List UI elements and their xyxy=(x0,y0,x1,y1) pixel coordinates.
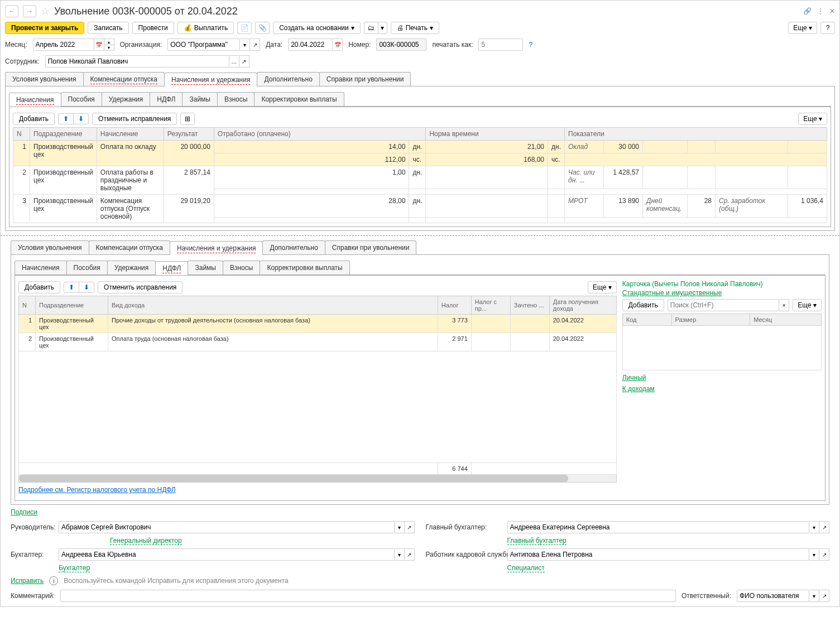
mode-icon-button[interactable]: 🗂 xyxy=(364,22,378,34)
fix-link[interactable]: Исправить xyxy=(11,577,44,585)
org-dd-button[interactable]: ▾ xyxy=(240,38,250,51)
sig-head-dd[interactable]: ▾ xyxy=(395,521,405,533)
ndfl-move-up-button[interactable]: ⬆ xyxy=(64,282,79,292)
sig-chief-pos[interactable]: Главный бухгалтер xyxy=(507,537,567,545)
subtab2-corrections[interactable]: Корректировки выплаты xyxy=(260,261,349,274)
link-icon[interactable]: 🔗 xyxy=(803,7,812,15)
sig-hr-open[interactable]: ↗ xyxy=(819,548,829,561)
move-down-button[interactable]: ⬇ xyxy=(73,114,88,124)
ndfl-hscrollbar[interactable] xyxy=(18,475,617,483)
date-cal-button[interactable]: 📅 xyxy=(333,38,343,51)
tab2-accruals[interactable]: Начисления и удержания xyxy=(170,241,263,255)
tab-accruals[interactable]: Начисления и удержания xyxy=(164,73,257,86)
sig-hr-pos[interactable]: Специалист xyxy=(507,564,545,572)
sig-acc-open[interactable]: ↗ xyxy=(405,548,415,561)
table-row[interactable]: 1Производственный цехОплата по окладу20 … xyxy=(13,141,827,153)
subtab2-loans[interactable]: Займы xyxy=(188,261,223,274)
subtab-ndfl[interactable]: НДФЛ xyxy=(150,92,183,106)
month-field[interactable] xyxy=(33,38,94,51)
create-based-button[interactable]: Создать на основании ▾ xyxy=(273,22,361,34)
add-row-button[interactable]: Добавить xyxy=(13,113,55,125)
subtab-deductions[interactable]: Удержания xyxy=(102,92,151,106)
nav-back-button[interactable]: ← xyxy=(5,5,18,17)
date-field[interactable] xyxy=(288,38,333,51)
report-icon-button[interactable]: 📄 xyxy=(237,22,252,34)
resp-open[interactable]: ↗ xyxy=(819,590,829,602)
help-button[interactable]: ? xyxy=(820,22,835,34)
subtab2-accruals[interactable]: Начисления xyxy=(15,261,67,274)
resp-field[interactable] xyxy=(737,590,809,602)
mode-dd-button[interactable]: ▾ xyxy=(378,22,387,34)
ndfl-more-button[interactable]: Еще ▾ xyxy=(588,281,617,293)
subtab2-deductions[interactable]: Удержания xyxy=(107,261,156,274)
subtab-corrections[interactable]: Корректировки выплаты xyxy=(254,92,344,106)
month-up-button[interactable]: ▲ xyxy=(104,38,114,45)
table-row[interactable]: 2Производственный цехОплата труда (основ… xyxy=(19,333,617,351)
subtab2-ndfl[interactable]: НДФЛ xyxy=(155,261,188,275)
ndfl-add-button[interactable]: Добавить xyxy=(18,281,60,293)
more-button[interactable]: Еще ▾ xyxy=(788,22,817,34)
table-row[interactable]: 3Производственный цехКомпенсация отпуска… xyxy=(13,195,827,218)
card-search-input[interactable] xyxy=(668,299,779,311)
close-icon[interactable]: ✕ xyxy=(829,7,835,15)
tab2-compensations[interactable]: Компенсации отпуска xyxy=(89,240,170,254)
move-up-button[interactable]: ⬆ xyxy=(59,114,73,124)
card-std-link[interactable]: Стандартные и имущественные xyxy=(622,289,722,297)
sig-acc-pos[interactable]: Бухгалтер xyxy=(59,564,90,572)
resp-dd[interactable]: ▾ xyxy=(809,590,819,602)
tab2-certs[interactable]: Справки при увольнении xyxy=(325,240,417,254)
card-income-link[interactable]: К доходам xyxy=(622,385,655,393)
comment-field[interactable] xyxy=(60,590,676,602)
org-field[interactable] xyxy=(167,38,240,51)
sig-head-field[interactable] xyxy=(59,521,395,533)
tab2-extra[interactable]: Дополнительно xyxy=(262,240,325,254)
subtab-benefits[interactable]: Пособия xyxy=(61,92,102,106)
tab-extra[interactable]: Дополнительно xyxy=(257,72,319,86)
subtab-accruals[interactable]: Начисления xyxy=(9,93,61,107)
org-open-button[interactable]: ↗ xyxy=(250,38,260,51)
kebab-menu-icon[interactable]: ⋮ xyxy=(817,7,824,15)
sig-acc-field[interactable] xyxy=(59,548,395,561)
card-add-button[interactable]: Добавить xyxy=(622,299,664,311)
post-button[interactable]: Провести xyxy=(132,22,174,34)
subtab-loans[interactable]: Займы xyxy=(182,92,218,106)
card-search-clear-button[interactable]: × xyxy=(779,299,789,311)
sig-acc-dd[interactable]: ▾ xyxy=(395,548,405,561)
tab2-conditions[interactable]: Условия увольнения xyxy=(11,240,89,254)
sig-chief-dd[interactable]: ▾ xyxy=(809,521,819,533)
table-more-button[interactable]: Еще ▾ xyxy=(798,113,827,125)
ndfl-cancel-fix-button[interactable]: Отменить исправления xyxy=(98,281,183,293)
subtab2-benefits[interactable]: Пособия xyxy=(66,261,108,274)
sig-hr-dd[interactable]: ▾ xyxy=(809,548,819,561)
accruals-table[interactable]: N Подразделение Начисление Результат Отр… xyxy=(13,127,827,223)
sig-chief-open[interactable]: ↗ xyxy=(819,521,829,533)
attach-icon-button[interactable]: 📎 xyxy=(255,22,270,34)
signatures-link[interactable]: Подписи xyxy=(11,508,37,516)
tab-certs[interactable]: Справки при увольнении xyxy=(319,72,411,86)
table-row[interactable]: 1Производственный цехПрочие доходы от тр… xyxy=(19,315,617,333)
table-settings-button[interactable]: ⊞ xyxy=(180,113,195,125)
ndfl-table[interactable]: N Подразделение Вид дохода Налог Налог с… xyxy=(18,296,617,475)
emp-open-button[interactable]: ↗ xyxy=(239,55,249,68)
printas-field[interactable] xyxy=(478,38,523,51)
ndfl-move-down-button[interactable]: ⬇ xyxy=(79,282,94,292)
emp-field[interactable] xyxy=(45,55,229,68)
table-row[interactable]: 2Производственный цехОплата работы в пра… xyxy=(13,166,827,189)
favorite-star-icon[interactable]: ☆ xyxy=(41,5,50,17)
month-cal-button[interactable]: 📅 xyxy=(94,38,104,51)
write-button[interactable]: Записать xyxy=(88,22,128,34)
cancel-fix-button[interactable]: Отменить исправления xyxy=(92,113,177,125)
month-down-button[interactable]: ▼ xyxy=(104,45,114,51)
printas-help-icon[interactable]: ? xyxy=(529,41,532,49)
post-and-close-button[interactable]: Провести и закрыть xyxy=(5,22,84,34)
card-more-button[interactable]: Еще ▾ xyxy=(793,299,822,311)
pay-button[interactable]: 💰Выплатить xyxy=(177,22,234,34)
card-personal-link[interactable]: Личный xyxy=(622,374,646,382)
emp-sel-button[interactable]: … xyxy=(229,55,239,68)
ndfl-register-link[interactable]: Подробнее см. Регистр налогового учета п… xyxy=(18,486,176,494)
subtab-contrib[interactable]: Взносы xyxy=(217,92,255,106)
sig-head-open[interactable]: ↗ xyxy=(405,521,415,533)
tab-conditions[interactable]: Условия увольнения xyxy=(5,72,84,86)
sig-chief-field[interactable] xyxy=(507,521,810,533)
sig-hr-field[interactable] xyxy=(507,548,810,561)
